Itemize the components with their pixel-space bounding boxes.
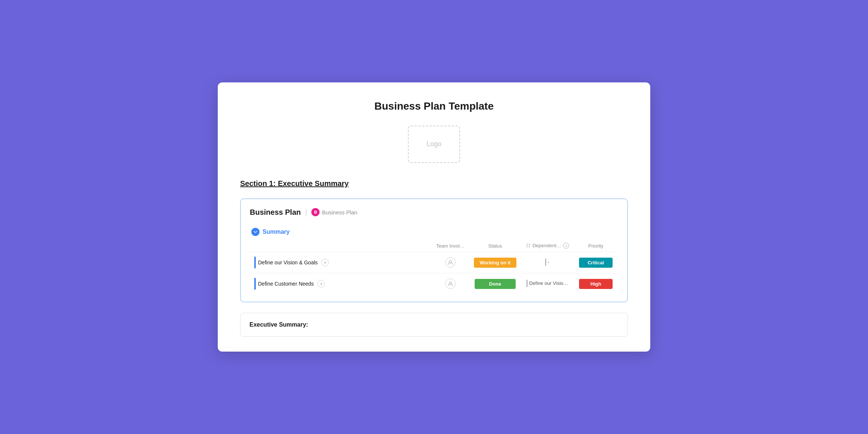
col-status-header: Status xyxy=(469,240,521,252)
task-color-bar-2 xyxy=(254,278,256,290)
status-badge-1: Working on it xyxy=(474,258,517,268)
col-header-team xyxy=(432,224,469,240)
priority-cell-2[interactable]: High xyxy=(573,273,618,295)
link-icon: ⛓ xyxy=(526,243,531,248)
dep-cell-2: Define our Visio… xyxy=(521,273,573,295)
table-row: Define Customer Needs + Done xyxy=(250,273,618,295)
col-header-dep xyxy=(521,224,573,240)
status-badge-2: Done xyxy=(475,279,516,289)
col-header-status xyxy=(469,224,521,240)
status-cell-1[interactable]: Working on it xyxy=(469,252,521,273)
avatar-icon-2 xyxy=(445,279,456,289)
board-embed: Business Plan | B Business Plan Summary xyxy=(240,198,628,303)
board-badge-label: Business Plan xyxy=(322,209,357,216)
team-cell-2 xyxy=(432,273,469,295)
task-name-1: Define our Vision & Goals xyxy=(258,260,318,265)
board-separator: | xyxy=(305,208,307,216)
group-label: Summary xyxy=(262,229,290,235)
dep-line-2 xyxy=(526,280,528,287)
add-subtask-icon-1[interactable]: + xyxy=(321,259,329,266)
logo-placeholder: Logo xyxy=(408,126,460,163)
col-team-header: Team Invol… xyxy=(432,240,469,252)
exec-summary-title: Executive Summary: xyxy=(249,321,308,328)
section-heading: Section 1: Executive Summary xyxy=(240,179,628,188)
svg-point-1 xyxy=(449,282,452,284)
task-name-2: Define Customer Needs xyxy=(258,281,314,287)
board-table: Summary Team Invol… Status ⛓ Dependent… … xyxy=(250,224,618,295)
dep-cell-1: - xyxy=(521,252,573,273)
add-subtask-icon-2[interactable]: + xyxy=(317,280,325,287)
table-row: Define our Vision & Goals + Working on i… xyxy=(250,252,618,273)
group-header-row: Summary xyxy=(250,224,618,240)
dep-line-1 xyxy=(545,258,546,266)
priority-badge-2: High xyxy=(579,279,613,289)
document-container: Business Plan Template Logo Section 1: E… xyxy=(218,82,650,352)
status-cell-2[interactable]: Done xyxy=(469,273,521,295)
group-chevron[interactable] xyxy=(251,228,260,236)
board-badge-icon: B xyxy=(311,208,320,216)
board-badge: B Business Plan xyxy=(311,208,357,216)
exec-summary-box: Executive Summary: xyxy=(240,313,628,337)
team-cell-1 xyxy=(432,252,469,273)
avatar-icon-1 xyxy=(445,257,456,268)
dep-value-1: - xyxy=(548,259,549,265)
priority-badge-1: Critical xyxy=(579,258,613,268)
info-icon[interactable]: i xyxy=(563,243,569,249)
col-header-task xyxy=(250,240,432,252)
document-title: Business Plan Template xyxy=(240,100,628,112)
dep-value-2: Define our Visio… xyxy=(529,280,568,286)
task-name-cell-2: Define Customer Needs + xyxy=(250,273,432,295)
board-title: Business Plan xyxy=(250,208,301,217)
col-header-priority xyxy=(573,224,618,240)
board-header: Business Plan | B Business Plan xyxy=(250,208,618,217)
col-priority-header: Priority xyxy=(573,240,618,252)
task-name-cell-1: Define our Vision & Goals + xyxy=(250,252,432,273)
group-name-cell: Summary xyxy=(250,224,432,240)
task-color-bar xyxy=(254,257,256,268)
svg-point-0 xyxy=(449,261,452,263)
col-dep-header: ⛓ Dependent… i xyxy=(521,240,573,252)
priority-cell-1[interactable]: Critical xyxy=(573,252,618,273)
column-headers-row: Team Invol… Status ⛓ Dependent… i Priori… xyxy=(250,240,618,252)
